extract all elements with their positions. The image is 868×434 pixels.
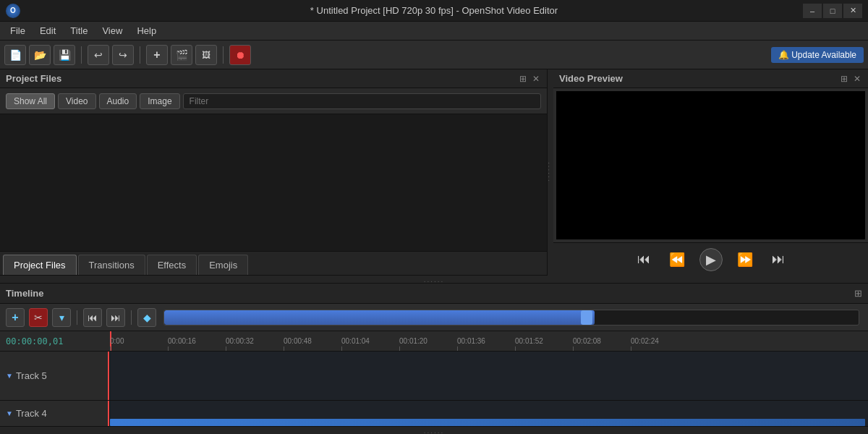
menu-view[interactable]: View	[95, 24, 129, 38]
show-all-button[interactable]: Show All	[6, 93, 55, 109]
window-controls: – □ ✕	[803, 4, 862, 18]
main-content: Project Files ⊞ ✕ Show All Video Audio I…	[0, 69, 868, 434]
filter-button[interactable]: ▾	[52, 308, 71, 327]
track-4-content	[110, 401, 868, 426]
ruler-mark-6: 00:01:36	[457, 337, 515, 351]
main-toolbar: 📄 📂 💾 ↩ ↪ + 🎬 🖼 ⏺ 🔔 Update Available	[0, 41, 868, 69]
app-logo: O	[6, 4, 20, 18]
minimize-button[interactable]: –	[803, 4, 822, 18]
open-button[interactable]: 📂	[29, 45, 51, 65]
skip-to-end-button[interactable]: ⏭	[767, 249, 789, 271]
video-preview-area	[556, 91, 865, 239]
track-5-content	[110, 352, 868, 400]
image-button[interactable]: 🖼	[195, 45, 217, 65]
add-marker-button[interactable]: ◆	[137, 308, 156, 327]
ruler-mark-4: 00:01:04	[341, 337, 399, 351]
razor-tool-button[interactable]: ✂	[29, 308, 48, 327]
preview-undock-icon[interactable]: ⊞	[839, 74, 849, 84]
panel-header-icons: ⊞ ✕	[518, 74, 541, 84]
panel-undock-icon[interactable]: ⊞	[518, 74, 528, 84]
add-track-button[interactable]: +	[6, 308, 25, 327]
ruler-mark-1: 00:00:16	[168, 337, 226, 351]
upper-panels: Project Files ⊞ ✕ Show All Video Audio I…	[0, 69, 868, 276]
preview-close-icon[interactable]: ✕	[852, 74, 862, 84]
vertical-resize-handle[interactable]: ......	[548, 69, 553, 276]
close-button[interactable]: ✕	[843, 4, 862, 18]
horizontal-resize-handle[interactable]: ......	[0, 276, 868, 283]
play-button[interactable]: ▶	[699, 248, 723, 271]
video-button[interactable]: 🎬	[171, 45, 192, 65]
video-preview-title: Video Preview	[559, 73, 623, 84]
record-button[interactable]: ⏺	[229, 45, 251, 65]
ruler-mark-0: 0:00	[110, 337, 168, 351]
track-5-arrow: ▼	[6, 372, 13, 380]
tab-transitions[interactable]: Transitions	[78, 255, 145, 275]
video-preview-header: Video Preview ⊞ ✕	[553, 69, 868, 88]
timeline-section: Timeline ⊞ + ✂ ▾ ⏮ ⏭ ◆ 00:00:00,01	[0, 283, 868, 434]
undo-button[interactable]: ↩	[88, 45, 109, 65]
timeline-skip-start-button[interactable]: ⏮	[83, 308, 102, 327]
window-title: * Untitled Project [HD 720p 30 fps] - Op…	[310, 5, 558, 16]
ruler-mark-2: 00:00:32	[226, 337, 284, 351]
timeline-header: Timeline ⊞	[0, 284, 868, 304]
track-5-name: Track 5	[16, 370, 47, 381]
toolbar-separator-2	[140, 46, 140, 64]
files-content	[0, 114, 547, 251]
timeline-toolbar-sep-2	[131, 310, 132, 325]
ruler-mark-9: 00:02:24	[631, 337, 689, 351]
time-display: 00:00:00,01	[6, 336, 63, 346]
ruler-mark-3: 00:00:48	[284, 337, 341, 351]
audio-filter-button[interactable]: Audio	[99, 93, 137, 109]
track-5-playhead-marker	[108, 352, 109, 400]
menu-edit[interactable]: Edit	[33, 24, 63, 38]
track-5-lane: ▼ Track 5	[0, 352, 868, 401]
timeline-position-slider[interactable]	[163, 310, 859, 326]
redo-button[interactable]: ↪	[112, 45, 134, 65]
project-files-title: Project Files	[6, 73, 61, 84]
add-button[interactable]: +	[146, 45, 168, 65]
tab-emojis[interactable]: Emojis	[198, 255, 248, 275]
fast-forward-button[interactable]: ⏩	[734, 249, 756, 271]
video-filter-button[interactable]: Video	[58, 93, 95, 109]
new-button[interactable]: 📄	[4, 45, 26, 65]
toolbar-separator-3	[223, 46, 224, 64]
track-4-lane: ▼ Track 4	[0, 401, 868, 427]
image-filter-button[interactable]: Image	[140, 93, 179, 109]
timeline-toolbar: + ✂ ▾ ⏮ ⏭ ◆	[0, 304, 868, 331]
ruler-mark-5: 00:01:20	[399, 337, 457, 351]
preview-controls: ⏮ ⏪ ▶ ⏩ ⏭	[553, 242, 868, 276]
ruler-mark-7: 00:01:52	[515, 337, 573, 351]
rewind-button[interactable]: ⏪	[666, 249, 688, 271]
track-4-label: ▼ Track 4	[0, 401, 110, 426]
timeline-bottom-resize[interactable]: ......	[0, 427, 868, 434]
track-4-clip[interactable]	[110, 419, 865, 426]
timeline-slider-thumb[interactable]	[581, 310, 592, 325]
bottom-tabs: Project Files Transitions Effects Emojis	[0, 251, 547, 276]
ruler-marks: 0:00 00:00:16 00:00:32 00:00:48 00:01:04	[110, 331, 689, 351]
video-preview-panel: Video Preview ⊞ ✕ ⏮ ⏪ ▶ ⏩ ⏭	[553, 69, 868, 276]
tab-effects[interactable]: Effects	[147, 255, 197, 275]
timeline-skip-end-button[interactable]: ⏭	[106, 308, 125, 327]
menu-help[interactable]: Help	[129, 24, 163, 38]
tab-project-files[interactable]: Project Files	[3, 255, 77, 275]
ruler-mark-8: 00:02:08	[573, 337, 631, 351]
panel-close-icon[interactable]: ✕	[531, 74, 541, 84]
menu-file[interactable]: File	[3, 24, 33, 38]
project-files-header: Project Files ⊞ ✕	[0, 69, 547, 88]
track-4-name: Track 4	[16, 408, 47, 419]
filter-input[interactable]	[183, 93, 541, 109]
left-panel: Project Files ⊞ ✕ Show All Video Audio I…	[0, 69, 548, 276]
timeline-title: Timeline	[6, 288, 44, 299]
preview-header-icons: ⊞ ✕	[839, 74, 862, 84]
maximize-button[interactable]: □	[823, 4, 842, 18]
save-button[interactable]: 💾	[54, 45, 75, 65]
timeline-expand-icon[interactable]: ⊞	[854, 288, 862, 299]
menu-bar: File Edit Title View Help	[0, 22, 868, 41]
timeline-slider-track	[164, 310, 595, 325]
update-available-badge[interactable]: 🔔 Update Available	[771, 47, 864, 63]
track-4-playhead-marker	[108, 401, 109, 426]
timeline-toolbar-sep-1	[77, 310, 77, 325]
menu-title[interactable]: Title	[63, 24, 95, 38]
skip-to-start-button[interactable]: ⏮	[633, 249, 655, 271]
track-4-arrow: ▼	[6, 409, 13, 417]
